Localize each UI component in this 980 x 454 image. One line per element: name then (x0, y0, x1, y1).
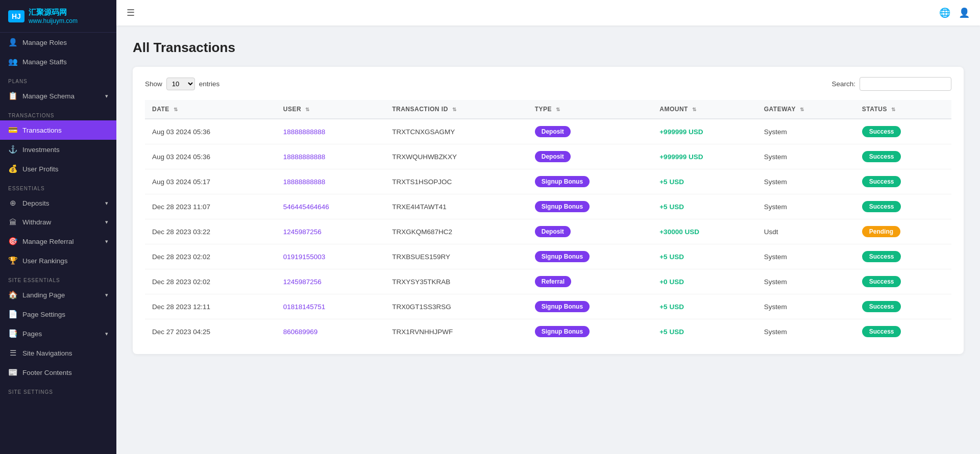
cell-type: Signup Bonus (528, 244, 653, 269)
sidebar-item-landing-page[interactable]: 🏠 Landing Page ▾ (0, 285, 116, 305)
table-row: Dec 28 2023 12:11 01818145751 TRX0GT1SS3… (145, 294, 951, 319)
col-status[interactable]: STATUS ⇅ (855, 100, 951, 119)
page-settings-icon: 📄 (8, 310, 17, 319)
cell-status: Success (855, 144, 951, 169)
cell-status: Success (855, 194, 951, 219)
cell-amount: +5 USD (652, 294, 757, 319)
sidebar-section-label: SITE ESSENTIALS (0, 270, 116, 285)
type-badge: Referral (535, 276, 571, 287)
entries-select[interactable]: 102550100 (166, 78, 195, 90)
user-link[interactable]: 1245987256 (283, 278, 322, 286)
table-row: Dec 28 2023 02:02 1245987256 TRXYSY35TKR… (145, 269, 951, 294)
cell-user[interactable]: 01818145751 (276, 294, 385, 319)
chevron-icon: ▾ (105, 292, 108, 298)
cell-date: Dec 28 2023 12:11 (145, 294, 276, 319)
cell-status: Success (855, 319, 951, 344)
table-row: Dec 27 2023 04:25 860689969 TRX1RVNHHJPW… (145, 319, 951, 344)
cell-txid: TRXBSUES159RY (385, 244, 528, 269)
sidebar-item-user-profits[interactable]: 💰 User Profits (0, 159, 116, 179)
sidebar: HJ 汇聚源码网 www.huijuym.com 👤 Manage Roles … (0, 0, 116, 454)
sidebar-item-manage-roles[interactable]: 👤 Manage Roles (0, 33, 116, 52)
sidebar-item-deposits[interactable]: ⊕ Deposits ▾ (0, 193, 116, 213)
sidebar-section-label: TRANSACTIONS (0, 106, 116, 120)
cell-gateway: System (757, 269, 855, 294)
col-date[interactable]: DATE ⇅ (145, 100, 276, 119)
user-link[interactable]: 18888888888 (283, 178, 326, 186)
cell-date: Dec 28 2023 03:22 (145, 219, 276, 244)
user-icon[interactable]: 👤 (959, 7, 970, 18)
cell-user[interactable]: 18888888888 (276, 119, 385, 144)
col-transaction_id[interactable]: TRANSACTION ID ⇅ (385, 100, 528, 119)
cell-amount: +5 USD (652, 169, 757, 194)
globe-icon[interactable]: 🌐 (939, 7, 950, 18)
cell-txid: TRXGKQM687HC2 (385, 219, 528, 244)
investments-icon: ⚓ (8, 145, 17, 154)
deposits-icon: ⊕ (8, 198, 17, 208)
cell-amount: +0 USD (652, 269, 757, 294)
col-user[interactable]: USER ⇅ (276, 100, 385, 119)
manage-roles-icon: 👤 (8, 38, 17, 47)
cell-type: Deposit (528, 144, 653, 169)
cell-type: Signup Bonus (528, 294, 653, 319)
hamburger-icon[interactable]: ☰ (127, 7, 135, 18)
cell-date: Dec 28 2023 11:07 (145, 194, 276, 219)
sidebar-section-label: SITE SETTINGS (0, 382, 116, 397)
col-type[interactable]: TYPE ⇅ (528, 100, 653, 119)
user-link[interactable]: 01818145751 (283, 303, 326, 311)
status-badge: Success (862, 326, 901, 337)
user-link[interactable]: 860689969 (283, 328, 318, 336)
type-badge: Signup Bonus (535, 301, 590, 312)
cell-user[interactable]: 18888888888 (276, 169, 385, 194)
sidebar-nav: 👤 Manage Roles 👥 Manage Staffs PLANS 📋 M… (0, 33, 116, 397)
table-row: Aug 03 2024 05:36 18888888888 TRXWQUHWBZ… (145, 144, 951, 169)
user-link[interactable]: 1245987256 (283, 228, 322, 236)
cell-user[interactable]: 546445464646 (276, 194, 385, 219)
sidebar-item-user-rankings[interactable]: 🏆 User Rankings (0, 251, 116, 270)
search-input[interactable] (860, 77, 951, 91)
table-row: Dec 28 2023 02:02 01919155003 TRXBSUES15… (145, 244, 951, 269)
cell-txid: TRXE4I4TAWT41 (385, 194, 528, 219)
pages-icon: 📑 (8, 329, 17, 338)
cell-user[interactable]: 1245987256 (276, 269, 385, 294)
status-badge: Success (862, 251, 901, 262)
cell-gateway: System (757, 144, 855, 169)
user-link[interactable]: 01919155003 (283, 253, 326, 261)
user-link[interactable]: 18888888888 (283, 153, 326, 161)
entries-label: entries (199, 80, 220, 88)
sidebar-item-manage-referral[interactable]: 🎯 Manage Referral ▾ (0, 232, 116, 251)
chevron-icon: ▾ (105, 200, 108, 207)
sort-icon: ⇅ (556, 107, 560, 112)
sidebar-item-manage-staffs[interactable]: 👥 Manage Staffs (0, 52, 116, 71)
col-amount[interactable]: AMOUNT ⇅ (652, 100, 757, 119)
logo-text: 汇聚源码网 www.huijuym.com (29, 7, 78, 25)
table-card: Show 102550100 entries Search: DATE ⇅USE… (133, 67, 964, 354)
sidebar-item-transactions[interactable]: 💳 Transactions (0, 120, 116, 140)
cell-user[interactable]: 01919155003 (276, 244, 385, 269)
type-badge: Deposit (535, 226, 571, 237)
sort-icon: ⇅ (692, 107, 697, 112)
sidebar-item-label: Footer Contents (22, 369, 72, 376)
col-gateway[interactable]: GATEWAY ⇅ (757, 100, 855, 119)
cell-txid: TRXWQUHWBZKXY (385, 144, 528, 169)
logo-site: 汇聚源码网 (29, 7, 78, 17)
cell-amount: +5 USD (652, 194, 757, 219)
sidebar-item-page-settings[interactable]: 📄 Page Settings (0, 305, 116, 324)
table-controls: Show 102550100 entries Search: (145, 77, 951, 91)
cell-user[interactable]: 18888888888 (276, 144, 385, 169)
cell-user[interactable]: 860689969 (276, 319, 385, 344)
sidebar-item-footer-contents[interactable]: 📰 Footer Contents (0, 363, 116, 382)
sidebar-item-manage-schema[interactable]: 📋 Manage Schema ▾ (0, 86, 116, 106)
cell-user[interactable]: 1245987256 (276, 219, 385, 244)
user-link[interactable]: 18888888888 (283, 128, 326, 136)
logo-icon: HJ (8, 10, 24, 22)
cell-date: Dec 27 2023 04:25 (145, 319, 276, 344)
status-badge: Success (862, 176, 901, 187)
sidebar-item-withdraw[interactable]: 🏛 Withdraw ▾ (0, 213, 116, 232)
sidebar-item-label: User Profits (22, 165, 59, 173)
user-link[interactable]: 546445464646 (283, 203, 329, 211)
sidebar-item-pages[interactable]: 📑 Pages ▾ (0, 324, 116, 343)
sidebar-item-investments[interactable]: ⚓ Investments (0, 140, 116, 159)
sidebar-item-site-navigations[interactable]: ☰ Site Navigations (0, 343, 116, 363)
topbar: ☰ 🌐 👤 (116, 0, 980, 26)
cell-date: Aug 03 2024 05:36 (145, 144, 276, 169)
